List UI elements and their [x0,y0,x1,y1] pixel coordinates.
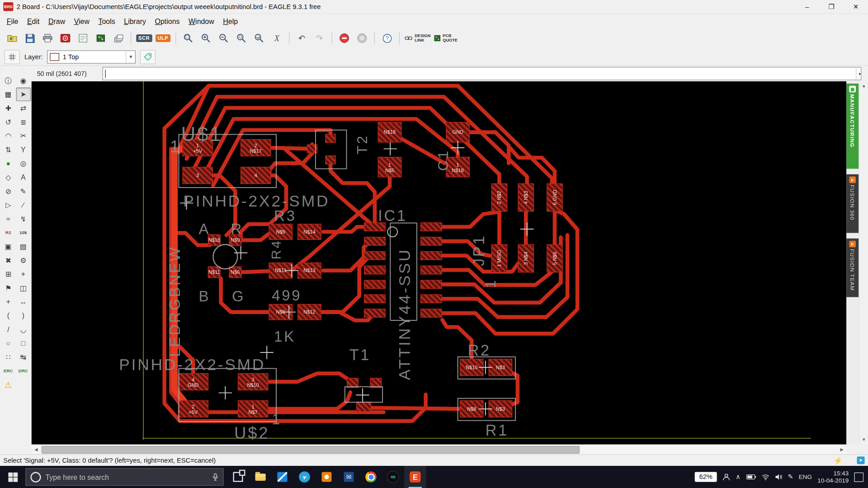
tool-ripup[interactable]: ✂ [16,129,31,143]
vscode-icon[interactable] [271,466,293,488]
tool-copy[interactable]: ▣ [1,239,16,253]
tool-arc-cw[interactable]: ) [16,309,31,323]
tool-hole[interactable]: ⊘ [1,184,16,198]
open-button[interactable] [5,30,20,46]
menu-options[interactable]: Options [151,15,184,27]
menu-help[interactable]: Help [219,15,242,27]
go-button[interactable] [354,30,370,46]
tool-line[interactable]: / [1,323,16,337]
vertical-scrollbar[interactable]: ▲ ▼ [859,81,868,444]
wifi-icon[interactable] [762,474,769,480]
tool-dimension[interactable]: ↔ [16,295,31,309]
file-explorer-icon[interactable] [249,466,271,488]
people-icon[interactable] [722,473,730,481]
taskbar-search[interactable]: Type here to search [25,468,223,486]
zoom-in-button[interactable] [198,30,213,46]
pen-icon[interactable]: ✎ [788,473,793,481]
clock[interactable]: 15:43 10-04-2019 [817,470,849,484]
tool-polygon[interactable]: ◇ [1,170,16,184]
tool-paste[interactable]: ▤ [16,239,31,253]
tool-pencil[interactable]: ✎ [16,184,31,198]
zoom-select-button[interactable] [234,30,249,46]
help-button[interactable]: ? [379,30,395,46]
scroll-up-icon[interactable]: ▲ [862,81,866,91]
undo-button[interactable]: ↶ [294,30,309,46]
tool-signal[interactable]: ▷ [1,198,16,212]
zoom-fit-button[interactable] [180,30,196,46]
scroll-down-icon[interactable]: ▼ [862,435,866,444]
print-button[interactable] [40,30,55,46]
start-button[interactable] [0,466,25,488]
sheet-button[interactable] [75,30,91,46]
zoom-out-button[interactable] [216,30,231,46]
chevron-down-icon[interactable]: ▼ [126,51,133,63]
tool-warning[interactable]: ⚠ [1,378,16,392]
tool-lock[interactable]: ◫ [16,281,31,295]
menu-library[interactable]: Library [120,15,151,27]
menu-window[interactable]: Window [184,15,218,27]
tool-meander[interactable]: ≈ [1,212,16,226]
tool-marker[interactable]: + [1,295,16,309]
tool-label[interactable]: ⚑ [1,281,16,295]
tab-fusion-360[interactable]: F FUSION 360 [846,174,859,233]
minimize-button[interactable]: – [795,0,819,13]
tool-grid-pt[interactable]: ∷ [1,350,16,364]
cancel-button[interactable]: X [269,30,284,46]
stack-button[interactable] [111,30,126,46]
tool-drill[interactable]: ⌖ [16,267,31,281]
tray-expand-icon[interactable]: ∧ [736,473,741,481]
tool-info[interactable]: ⓘ [1,74,16,88]
menu-draw[interactable]: Draw [44,15,70,27]
horizontal-scrollbar[interactable]: ◀ ▶ [32,444,846,454]
language-indicator[interactable]: ENG [799,474,812,480]
scr-button[interactable]: SCR [136,30,152,46]
tool-drc[interactable]: DRC [16,364,31,378]
tool-display-layers[interactable]: ▦ [1,87,16,101]
tool-move[interactable]: ✚ [1,101,16,115]
media-loop-icon[interactable]: ∞ [382,466,404,488]
menu-view[interactable]: View [70,15,94,27]
menu-file[interactable]: File [2,15,23,27]
tool-circle[interactable]: ○ [1,336,16,350]
microphone-icon[interactable] [212,473,219,481]
ulp-button[interactable]: ULP [155,30,171,46]
tool-value[interactable]: 10k [16,226,31,240]
grid-button[interactable] [5,50,20,64]
menu-tools[interactable]: Tools [94,15,120,27]
tool-erc[interactable]: ERC [1,364,16,378]
layer-select[interactable]: 1 Top ▼ [47,50,136,63]
zoom-redraw-button[interactable] [251,30,267,46]
command-input[interactable]: ▾ [103,67,862,80]
tool-array[interactable]: ⊞ [1,267,16,281]
volume-icon[interactable] [775,474,782,480]
menu-edit[interactable]: Edit [23,15,44,27]
mail-icon[interactable]: ✉ [338,466,360,488]
tool-split[interactable]: Y [16,143,31,157]
tool-change[interactable]: ⚙ [16,253,31,267]
eagle-icon[interactable]: E [404,466,426,488]
tool-pad[interactable]: ◎ [16,157,31,171]
stop-button[interactable] [337,30,352,46]
board-button[interactable] [93,30,108,46]
tool-arc-ccw[interactable]: ( [1,309,16,323]
telegram-icon[interactable]: ➤ [293,466,316,488]
design-link-button[interactable]: DESIGNLINK [404,30,431,46]
save-button[interactable] [22,30,38,46]
photos-icon[interactable] [316,466,338,488]
redo-button[interactable]: ↷ [311,30,327,46]
tool-rotate[interactable]: ↺ [1,115,16,129]
tool-via[interactable]: ● [1,157,16,171]
board-svg[interactable]: 1+5V2N$1734N$181N$5GND1N$182 N$24 N$36 G… [32,81,846,444]
maximize-button[interactable]: ❐ [819,0,844,13]
tool-arc[interactable]: ◡ [16,323,31,337]
chrome-icon[interactable] [360,466,382,488]
tab-fusion-team[interactable]: F FUSION TEAM [846,239,859,297]
tool-wire[interactable]: ∕ [16,198,31,212]
cam-button[interactable] [57,30,73,46]
battery-icon[interactable] [746,474,756,479]
status-corner-icon[interactable]: ➤ [857,456,865,464]
tool-delete[interactable]: ✖ [1,253,16,267]
tool-miter[interactable]: ◠ [1,129,16,143]
tool-swap[interactable]: ⇅ [1,143,16,157]
action-center-icon[interactable] [854,472,863,482]
